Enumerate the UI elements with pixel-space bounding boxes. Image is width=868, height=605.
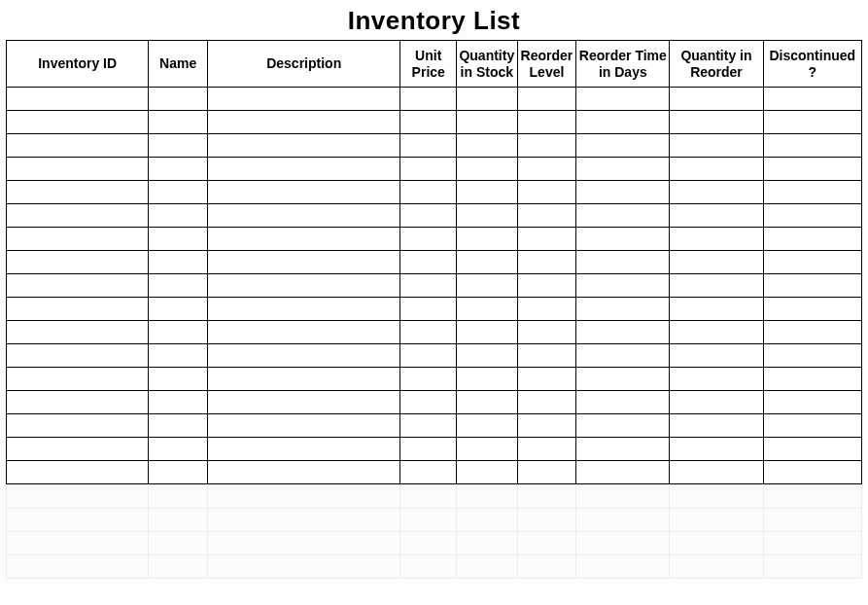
- table-cell[interactable]: [7, 461, 149, 484]
- table-cell[interactable]: [763, 228, 861, 251]
- table-cell[interactable]: [400, 391, 456, 414]
- table-row[interactable]: [7, 509, 862, 532]
- table-cell[interactable]: [456, 555, 517, 579]
- table-cell[interactable]: [149, 228, 208, 251]
- table-cell[interactable]: [400, 368, 456, 391]
- table-cell[interactable]: [7, 251, 149, 274]
- table-cell[interactable]: [400, 251, 456, 274]
- table-cell[interactable]: [670, 251, 763, 274]
- table-cell[interactable]: [207, 134, 400, 158]
- table-cell[interactable]: [149, 414, 208, 438]
- table-cell[interactable]: [576, 204, 670, 228]
- table-cell[interactable]: [400, 509, 456, 532]
- table-cell[interactable]: [207, 509, 400, 532]
- table-cell[interactable]: [149, 134, 208, 158]
- table-cell[interactable]: [149, 204, 208, 228]
- table-cell[interactable]: [456, 228, 517, 251]
- table-cell[interactable]: [763, 509, 861, 532]
- table-cell[interactable]: [149, 251, 208, 274]
- table-cell[interactable]: [456, 111, 517, 134]
- table-cell[interactable]: [400, 134, 456, 158]
- table-cell[interactable]: [763, 111, 861, 134]
- table-cell[interactable]: [517, 111, 576, 134]
- table-cell[interactable]: [207, 251, 400, 274]
- table-cell[interactable]: [517, 438, 576, 461]
- table-cell[interactable]: [207, 204, 400, 228]
- table-cell[interactable]: [149, 88, 208, 111]
- table-cell[interactable]: [149, 298, 208, 321]
- table-cell[interactable]: [670, 485, 763, 509]
- table-cell[interactable]: [7, 158, 149, 181]
- table-cell[interactable]: [149, 321, 208, 344]
- table-cell[interactable]: [517, 391, 576, 414]
- table-cell[interactable]: [400, 298, 456, 321]
- table-cell[interactable]: [576, 88, 670, 111]
- table-cell[interactable]: [456, 438, 517, 461]
- table-row[interactable]: [7, 228, 862, 251]
- table-row[interactable]: [7, 158, 862, 181]
- table-row[interactable]: [7, 555, 862, 579]
- table-cell[interactable]: [400, 485, 456, 509]
- table-cell[interactable]: [576, 438, 670, 461]
- table-cell[interactable]: [763, 344, 861, 368]
- table-cell[interactable]: [400, 532, 456, 555]
- table-cell[interactable]: [400, 555, 456, 579]
- table-cell[interactable]: [517, 555, 576, 579]
- table-cell[interactable]: [576, 485, 670, 509]
- table-cell[interactable]: [670, 414, 763, 438]
- table-cell[interactable]: [456, 532, 517, 555]
- table-cell[interactable]: [456, 298, 517, 321]
- table-cell[interactable]: [456, 321, 517, 344]
- table-cell[interactable]: [517, 414, 576, 438]
- table-cell[interactable]: [763, 532, 861, 555]
- table-cell[interactable]: [517, 88, 576, 111]
- table-cell[interactable]: [576, 134, 670, 158]
- table-cell[interactable]: [456, 274, 517, 298]
- table-cell[interactable]: [400, 204, 456, 228]
- table-cell[interactable]: [670, 461, 763, 484]
- table-cell[interactable]: [456, 181, 517, 204]
- table-cell[interactable]: [576, 461, 670, 484]
- table-cell[interactable]: [576, 298, 670, 321]
- table-cell[interactable]: [517, 204, 576, 228]
- table-row[interactable]: [7, 88, 862, 111]
- table-cell[interactable]: [456, 158, 517, 181]
- table-cell[interactable]: [207, 298, 400, 321]
- table-cell[interactable]: [576, 391, 670, 414]
- table-cell[interactable]: [7, 368, 149, 391]
- table-cell[interactable]: [7, 88, 149, 111]
- table-cell[interactable]: [207, 181, 400, 204]
- table-row[interactable]: [7, 298, 862, 321]
- table-cell[interactable]: [517, 274, 576, 298]
- table-cell[interactable]: [456, 509, 517, 532]
- table-cell[interactable]: [400, 461, 456, 484]
- table-cell[interactable]: [7, 111, 149, 134]
- table-row[interactable]: [7, 532, 862, 555]
- table-row[interactable]: [7, 134, 862, 158]
- table-cell[interactable]: [456, 391, 517, 414]
- table-cell[interactable]: [149, 532, 208, 555]
- table-cell[interactable]: [207, 344, 400, 368]
- table-cell[interactable]: [7, 134, 149, 158]
- table-cell[interactable]: [456, 251, 517, 274]
- table-cell[interactable]: [763, 461, 861, 484]
- table-cell[interactable]: [576, 414, 670, 438]
- table-row[interactable]: [7, 391, 862, 414]
- table-cell[interactable]: [7, 204, 149, 228]
- table-cell[interactable]: [670, 344, 763, 368]
- table-cell[interactable]: [149, 158, 208, 181]
- table-cell[interactable]: [763, 298, 861, 321]
- table-row[interactable]: [7, 181, 862, 204]
- table-cell[interactable]: [670, 111, 763, 134]
- table-row[interactable]: [7, 414, 862, 438]
- table-cell[interactable]: [149, 555, 208, 579]
- table-cell[interactable]: [149, 181, 208, 204]
- table-cell[interactable]: [7, 344, 149, 368]
- table-cell[interactable]: [517, 298, 576, 321]
- table-cell[interactable]: [7, 228, 149, 251]
- table-cell[interactable]: [207, 391, 400, 414]
- table-cell[interactable]: [670, 555, 763, 579]
- table-row[interactable]: [7, 461, 862, 484]
- table-cell[interactable]: [517, 228, 576, 251]
- table-cell[interactable]: [517, 158, 576, 181]
